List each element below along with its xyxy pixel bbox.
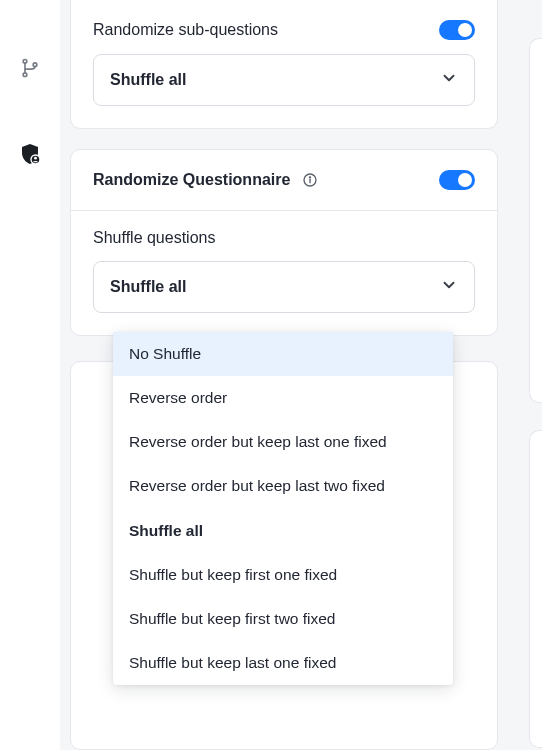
randomize-questionnaire-header: Randomize Questionnaire	[71, 150, 497, 211]
right-panel-edge	[529, 0, 542, 750]
subquestions-shuffle-value: Shuffle all	[110, 71, 186, 89]
branch-icon	[20, 57, 40, 83]
shuffle-questions-body: Shuffle questions Shuffle all	[71, 211, 497, 335]
shuffle-option[interactable]: No Shuffle	[113, 332, 453, 376]
right-panel-stub-2	[529, 430, 542, 748]
chevron-down-icon	[440, 69, 458, 91]
svg-point-4	[34, 157, 37, 160]
randomize-subquestions-row: Randomize sub-questions	[93, 20, 475, 40]
randomize-questionnaire-heading: Randomize Questionnaire	[93, 171, 318, 189]
right-panel-stub-1	[529, 38, 542, 403]
randomize-questionnaire-toggle[interactable]	[439, 170, 475, 190]
shuffle-option[interactable]: Shuffle but keep first one fixed	[113, 553, 453, 597]
shuffle-option[interactable]: Shuffle but keep first two fixed	[113, 597, 453, 641]
shuffle-option[interactable]: Reverse order	[113, 376, 453, 420]
info-icon[interactable]	[302, 172, 318, 188]
shield-user-icon	[18, 141, 42, 171]
shuffle-option[interactable]: Reverse order but keep last two fixed	[113, 464, 453, 508]
main-column: Randomize sub-questions Shuffle all Rand…	[70, 0, 498, 336]
randomize-subquestions-card: Randomize sub-questions Shuffle all	[70, 0, 498, 129]
subquestions-shuffle-select[interactable]: Shuffle all	[93, 54, 475, 106]
shuffle-option[interactable]: Shuffle all	[113, 509, 453, 553]
shuffle-option[interactable]: Shuffle but keep last one fixed	[113, 641, 453, 685]
randomize-subquestions-toggle[interactable]	[439, 20, 475, 40]
sidebar-item-security[interactable]	[18, 144, 42, 168]
svg-point-7	[310, 177, 311, 178]
sidebar	[0, 0, 60, 750]
randomize-questionnaire-heading-text: Randomize Questionnaire	[93, 171, 290, 189]
shuffle-questions-select[interactable]: Shuffle all	[93, 261, 475, 313]
randomize-subquestions-section: Randomize sub-questions Shuffle all	[71, 0, 497, 128]
shuffle-questions-value: Shuffle all	[110, 278, 186, 296]
sidebar-item-branch[interactable]	[18, 58, 42, 82]
shuffle-option[interactable]: Reverse order but keep last one fixed	[113, 420, 453, 464]
randomize-subquestions-label: Randomize sub-questions	[93, 21, 278, 39]
randomize-questionnaire-card: Randomize Questionnaire Shuffle question…	[70, 149, 498, 336]
chevron-down-icon	[440, 276, 458, 298]
shuffle-options-dropdown[interactable]: No ShuffleReverse orderReverse order but…	[113, 332, 453, 685]
shuffle-questions-label: Shuffle questions	[93, 229, 475, 247]
